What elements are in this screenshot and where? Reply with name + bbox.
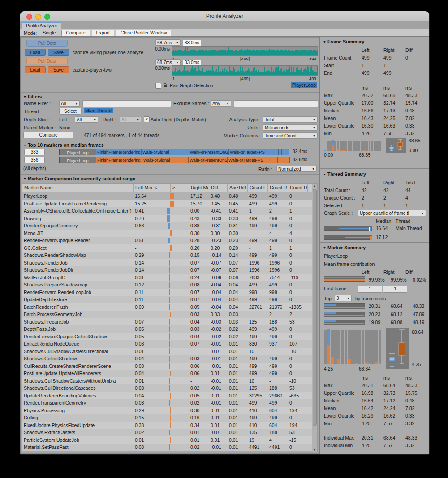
column-header-count-l[interactable]: Count L: [248, 184, 268, 192]
table-row[interactable]: Shadows.CullShadowCastersWithoutUmbra0.0…: [22, 377, 313, 385]
column-header-count-r[interactable]: Count R: [268, 184, 288, 192]
table-row[interactable]: Shadows.RenderJob0.140.07-0.070.07199619…: [22, 259, 313, 267]
marker-segment[interactable]: [270, 157, 276, 163]
table-row[interactable]: Drawing0.760.43-0.330.334994990: [22, 215, 313, 222]
column-header-right-me[interactable]: Right Me: [189, 184, 209, 192]
range-dropdown-right[interactable]: 68.7ms▼: [155, 59, 181, 65]
table-row[interactable]: Material.SetPassFast0.030.02-0.010.01449…: [22, 444, 313, 451]
marker-segment-PlayerLoop[interactable]: PlayerLoop: [59, 157, 96, 163]
column-header-left-med[interactable]: Left Med: [134, 184, 152, 192]
pull-data-right-button[interactable]: Pull Data: [26, 58, 68, 64]
analysis-type-dropdown[interactable]: Total▼: [263, 116, 318, 123]
table-row[interactable]: Shadows.PrepareShadowmap0.120.08-0.040.0…: [22, 281, 313, 289]
pair-graph-selection-checkbox[interactable]: [155, 83, 161, 89]
mode-compare-button[interactable]: Compare: [61, 30, 90, 37]
column-header--[interactable]: <: [152, 184, 171, 192]
column-header-abs-diff[interactable]: Abs Diff▴: [228, 184, 248, 192]
exclude-names-input[interactable]: [234, 100, 318, 107]
median-frame-index-button[interactable]: 383: [24, 149, 45, 155]
close-profiler-window-button[interactable]: Close Profiler Window: [116, 30, 171, 37]
load-right-button[interactable]: Load: [25, 66, 46, 73]
marker-segment-FinishFrameRendering[interactable]: FinishFrameRendering: [96, 149, 142, 155]
load-left-button[interactable]: Load: [25, 49, 46, 56]
scroll-down-icon[interactable]: ▼: [312, 448, 317, 451]
table-row[interactable]: CullResults.CreateSharedRendererScene0.0…: [22, 363, 313, 370]
top10-marker-bar[interactable]: PlayerLoopFinishFrameRenderingWaitForSig…: [59, 157, 290, 163]
depth-right-dropdown[interactable]: All▼: [120, 116, 141, 123]
table-row[interactable]: ParticleSystem.UpdateJob0.010.010.010.01…: [22, 436, 313, 444]
table-row[interactable]: Culling0.150.160.010.014994990: [22, 414, 313, 422]
name-filter-input[interactable]: [82, 100, 171, 107]
marker-segment-FinishFrameRendering[interactable]: FinishFrameRendering: [96, 157, 142, 163]
table-row[interactable]: RenderForwardOpaque.CollectShadows0.050.…: [22, 333, 313, 341]
table-row[interactable]: Batch.ProcessGeometryJob-0.030.030.03-22: [22, 311, 313, 318]
save-left-button[interactable]: Save: [48, 49, 69, 56]
kebab-menu-icon[interactable]: ⋮: [416, 22, 420, 27]
column-header--[interactable]: >: [171, 184, 189, 192]
table-row[interactable]: PostLateUpdate.FinishFrameRendering15.25…: [22, 200, 313, 208]
first-frame-left-button[interactable]: 1: [358, 286, 382, 293]
marker-segment-WaitForTargetFPS[interactable]: WaitForTargetFPS: [229, 149, 272, 155]
table-row[interactable]: Shadows.RenderShadowMap0.290.15-0.140.14…: [22, 252, 313, 259]
units-dropdown[interactable]: Milliseconds▼: [263, 124, 318, 131]
marker-segment-WaitForTargetFPS[interactable]: WaitForTargetFPS: [228, 157, 270, 163]
top10-marker-bar[interactable]: PlayerLoopFinishFrameRenderingWaitForSig…: [59, 149, 289, 155]
table-row[interactable]: UpdateDepthTexture0.110.07-0.040.0449949…: [22, 296, 313, 303]
marker-segment-WaitForSignal[interactable]: WaitForSignal: [142, 157, 189, 163]
median-frame-index-button[interactable]: 356: [24, 157, 45, 163]
table-row[interactable]: RenderForward.RenderLoopJob0.110.07-0.04…: [22, 289, 313, 296]
table-row[interactable]: UpdateRendererBoundingVolumes0.040.050.0…: [22, 392, 313, 400]
marker-segment[interactable]: [282, 149, 289, 155]
marker-segment-WaitForPresentOnGfxThread[interactable]: WaitForPresentOnGfxThread: [189, 149, 229, 155]
table-row[interactable]: Mono.JIT-0.300.300.30-44: [22, 230, 313, 237]
minimize-window-button[interactable]: [35, 14, 41, 20]
depth-left-dropdown[interactable]: All▼: [75, 116, 98, 123]
column-header-diff[interactable]: Diff: [209, 184, 228, 192]
scroll-up-icon[interactable]: ▲: [312, 184, 317, 188]
table-row[interactable]: GC.Collect-0.200.200.20-11: [22, 244, 313, 252]
auto-right-checkbox[interactable]: ✓: [144, 116, 150, 122]
table-row[interactable]: Shadows.RenderJobDir0.140.07-0.070.07199…: [22, 266, 313, 274]
selected-marker-chip[interactable]: PlayerLoop: [291, 82, 317, 88]
marker-segment[interactable]: [272, 149, 276, 155]
table-row[interactable]: Render.TransparentGeometry0.030.02-0.010…: [22, 399, 313, 407]
table-row[interactable]: DepthPass.Job0.050.03-0.020.024994990: [22, 325, 313, 333]
export-button[interactable]: Export: [92, 30, 114, 37]
table-row[interactable]: BatchRenderer.Flush0.090.05-0.040.042276…: [22, 303, 313, 311]
marker-segment-PlayerLoop[interactable]: PlayerLoop: [59, 149, 96, 155]
frame-time-graph-left[interactable]: [172, 46, 318, 56]
column-header-marker-name[interactable]: Marker Name: [22, 184, 134, 192]
thread-range-bar[interactable]: [324, 226, 372, 231]
zoom-window-button[interactable]: [44, 14, 50, 20]
graph-scale-dropdown[interactable]: Upper quartile of frame ti▼: [358, 210, 426, 216]
close-window-button[interactable]: [26, 14, 32, 20]
table-row[interactable]: Shadows.CollectShadows0.040.03-0.010.014…: [22, 355, 313, 363]
frame-time-graph-right[interactable]: [172, 65, 318, 76]
marker-columns-dropdown[interactable]: Time and Count▼: [263, 132, 318, 139]
compare-button[interactable]: Compare: [23, 132, 73, 138]
table-row[interactable]: Render.OpaqueGeometry0.680.38-0.310.3149…: [22, 222, 313, 230]
first-frame-right-button[interactable]: 1: [383, 286, 407, 293]
save-right-button[interactable]: Save: [48, 66, 69, 73]
tab-profile-analyzer[interactable]: Profile Analyzer: [22, 22, 61, 30]
table-row[interactable]: Shadows.CullDirectionalCascades0.030.02-…: [22, 384, 313, 392]
table-scrollbar[interactable]: ▲ ▼: [312, 183, 318, 452]
marker-segment-WaitForSignal[interactable]: WaitForSignal: [142, 149, 189, 155]
threshold-chip-left[interactable]: 33.0ms: [182, 40, 202, 47]
table-row[interactable]: ExtractRenderNodeQueue0.080.07-0.010.018…: [22, 340, 313, 348]
marker-segment-WaitForPresentOnGfxThread[interactable]: WaitForPresentOnGfxThread: [189, 157, 228, 163]
table-row[interactable]: Shadows.PrepareJob0.070.04-0.030.0313518…: [22, 318, 313, 326]
range-dropdown-left[interactable]: 68.7ms▼: [155, 39, 181, 46]
table-row[interactable]: WaitForJobGroupID0.310.24-0.060.06763375…: [22, 274, 313, 282]
mode-single-button[interactable]: Single: [39, 30, 60, 36]
table-row[interactable]: PostLateUpdate.UpdateAllRenderers0.040.0…: [22, 370, 313, 377]
table-row[interactable]: Physics.Processing0.290.300.010.01410604…: [22, 407, 313, 414]
scrollbar-thumb[interactable]: [313, 189, 317, 426]
name-filter-mode-dropdown[interactable]: All▼: [59, 100, 80, 107]
table-row[interactable]: FixedUpdate.PhysicsFixedUpdate0.330.340.…: [22, 422, 313, 429]
table-row[interactable]: Shadows.ExtractCasters0.020.01-0.010.011…: [22, 429, 313, 436]
exclude-mode-dropdown[interactable]: Any▼: [211, 100, 231, 107]
column-header-count-d[interactable]: Count D: [288, 184, 308, 192]
table-row[interactable]: Assembly-CSharp.dll!::Collectable.OnTrig…: [22, 207, 313, 215]
pull-data-left-button[interactable]: Pull Data: [26, 40, 68, 47]
